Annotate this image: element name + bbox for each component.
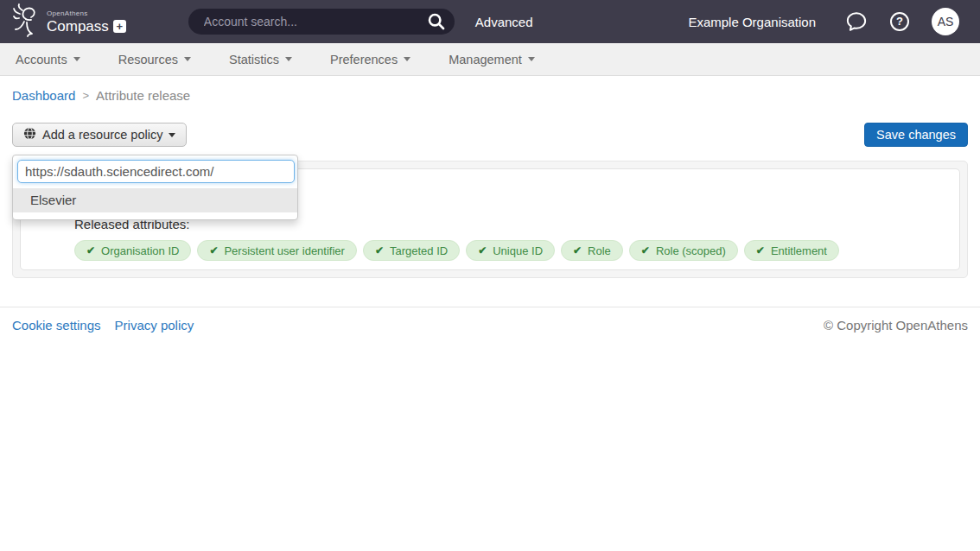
badge-label: Targeted ID	[390, 244, 448, 257]
account-search-input[interactable]	[204, 15, 422, 28]
attribute-badge: ✔ Entitlement	[744, 240, 839, 261]
attribute-badge: ✔ Organisation ID	[74, 240, 191, 261]
resource-policy-dropdown: Elsevier	[12, 155, 298, 220]
nav-item-resources[interactable]: Resources	[106, 43, 203, 75]
top-header: OpenAthens Compass + Advanced Exampl	[0, 0, 980, 43]
main-navbar: Accounts Resources Statistics Preference…	[0, 43, 980, 76]
nav-item-preferences[interactable]: Preferences	[318, 43, 423, 75]
attribute-badge: ✔ Persistent user identifier	[197, 240, 357, 261]
cookie-settings-link[interactable]: Cookie settings	[12, 318, 101, 332]
account-search-box	[188, 9, 455, 35]
attribute-badge: ✔ Role	[561, 240, 623, 261]
nav-item-statistics[interactable]: Statistics	[217, 43, 304, 75]
chat-button[interactable]	[845, 10, 868, 33]
badge-label: Organisation ID	[101, 244, 179, 257]
badge-label: Persistent user identifier	[224, 244, 344, 257]
compass-sketch-icon	[12, 3, 40, 41]
check-icon: ✔	[86, 244, 95, 256]
breadcrumb-dashboard-link[interactable]: Dashboard	[12, 88, 75, 103]
badge-label: Role (scoped)	[656, 244, 726, 257]
help-icon: ?	[890, 12, 909, 31]
nav-item-accounts[interactable]: Accounts	[3, 43, 92, 75]
page: OpenAthens Compass + Advanced Exampl	[0, 0, 980, 551]
page-footer: Cookie settings Privacy policy © Copyrig…	[0, 307, 980, 332]
check-icon: ✔	[573, 244, 582, 256]
chevron-down-icon	[73, 57, 80, 61]
check-icon: ✔	[641, 244, 650, 256]
add-resource-policy-button[interactable]: Add a resource policy	[12, 123, 187, 147]
badge-label: Role	[588, 244, 611, 257]
check-icon: ✔	[756, 244, 765, 256]
check-icon: ✔	[209, 244, 218, 256]
openathens-compass-logo[interactable]: OpenAthens Compass +	[12, 3, 126, 41]
logo-openathens-label: OpenAthens	[47, 10, 126, 17]
add-resource-policy-label: Add a resource policy	[42, 128, 162, 142]
breadcrumb-current: Attribute release	[96, 88, 190, 103]
chevron-down-icon	[404, 57, 410, 61]
attribute-badges: ✔ Organisation ID ✔ Persistent user iden…	[74, 240, 951, 261]
badge-label: Entitlement	[771, 244, 827, 257]
chat-bubble-icon	[845, 22, 868, 35]
policy-toolbar: Add a resource policy Save changes Elsev…	[12, 123, 968, 147]
copyright-text: © Copyright OpenAthens	[824, 318, 968, 332]
breadcrumb: Dashboard > Attribute release	[12, 88, 968, 103]
nav-label-resources: Resources	[118, 53, 178, 66]
attribute-badge: ✔ Unique ID	[466, 240, 555, 261]
check-icon: ✔	[375, 244, 384, 256]
plus-badge-icon: +	[113, 20, 126, 33]
nav-label-accounts: Accounts	[16, 53, 67, 66]
logo-compass-label: Compass	[47, 19, 109, 34]
nav-label-preferences: Preferences	[330, 53, 398, 66]
organisation-name: Example Organisation	[688, 15, 816, 29]
breadcrumb-separator: >	[82, 89, 89, 102]
logo-text: OpenAthens Compass +	[47, 10, 126, 34]
chevron-down-icon	[285, 57, 292, 61]
chevron-down-icon	[169, 133, 175, 137]
attribute-badge: ✔ Role (scoped)	[629, 240, 738, 261]
nav-label-statistics: Statistics	[229, 53, 279, 66]
resource-url-input[interactable]	[17, 160, 295, 183]
avatar-initials: AS	[938, 15, 954, 28]
chevron-down-icon	[528, 57, 535, 61]
search-button[interactable]	[427, 12, 446, 31]
help-button[interactable]: ?	[890, 12, 909, 31]
globe-icon	[23, 127, 36, 142]
privacy-policy-link[interactable]: Privacy policy	[115, 318, 194, 332]
check-icon: ✔	[478, 244, 487, 256]
user-avatar[interactable]: AS	[932, 8, 959, 35]
nav-label-management: Management	[449, 53, 522, 66]
save-changes-button[interactable]: Save changes	[864, 123, 968, 147]
chevron-down-icon	[184, 57, 191, 61]
search-icon	[427, 21, 446, 34]
nav-item-management[interactable]: Management	[436, 43, 547, 75]
badge-label: Unique ID	[493, 244, 543, 257]
suggestion-elsevier[interactable]: Elsevier	[13, 188, 297, 212]
advanced-search-link[interactable]: Advanced	[475, 15, 533, 29]
attribute-badge: ✔ Targeted ID	[363, 240, 460, 261]
